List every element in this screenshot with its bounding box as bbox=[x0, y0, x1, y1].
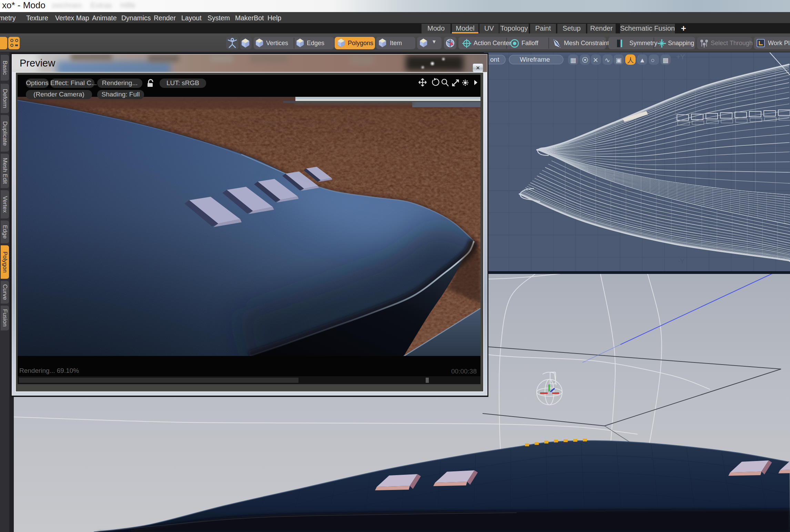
svg-text:✕: ✕ bbox=[593, 57, 598, 64]
svg-text:⦿: ⦿ bbox=[582, 57, 588, 64]
svg-text:Wireframe: Wireframe bbox=[520, 56, 550, 63]
svg-text:-Y: -Y bbox=[678, 257, 685, 265]
svg-text:▲: ▲ bbox=[639, 57, 646, 64]
svg-text:人: 人 bbox=[627, 57, 634, 64]
svg-text:ont: ont bbox=[490, 56, 499, 63]
svg-text:○: ○ bbox=[651, 57, 655, 64]
svg-text:∿: ∿ bbox=[605, 57, 610, 64]
svg-text:▣: ▣ bbox=[616, 57, 622, 64]
svg-text:+Y: +Y bbox=[676, 53, 685, 61]
svg-text:▩: ▩ bbox=[662, 57, 669, 64]
svg-text:▦: ▦ bbox=[570, 57, 576, 64]
